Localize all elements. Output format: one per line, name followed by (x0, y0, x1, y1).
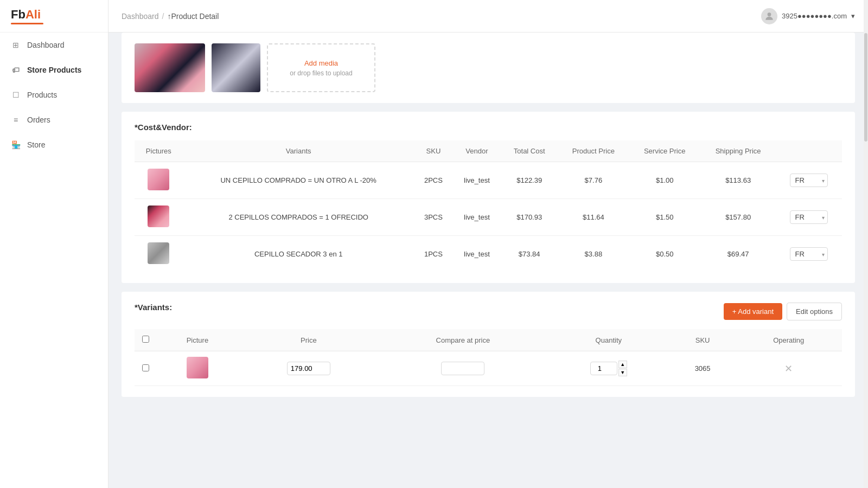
col-shipping-price: Shipping Price (700, 140, 776, 162)
sidebar-label-store-products: Store Products (27, 66, 81, 74)
user-email: 3925●●●●●●●●.com (782, 12, 847, 20)
quantity-down-button[interactable]: ▼ (618, 369, 627, 376)
media-thumb-small (212, 43, 260, 92)
col-quantity: Quantity (547, 329, 670, 351)
row-picture (187, 357, 208, 378)
table-row: 2 CEPILLOS COMPRADOS = 1 OFRECIDO 3PCS l… (135, 199, 842, 236)
quantity-input[interactable] (590, 362, 617, 375)
breadcrumb-separator: / (162, 12, 164, 21)
col-operating: Operating (735, 329, 842, 351)
edit-options-button[interactable]: Edit options (787, 303, 842, 320)
row-vendor: live_test (452, 162, 501, 199)
add-media-link[interactable]: Add media (304, 59, 338, 67)
variants-header-row: Picture Price Compare at price Quantity … (135, 329, 842, 351)
sidebar-item-dashboard[interactable]: ⊞ Dashboard (0, 33, 108, 57)
col-total-cost: Total Cost (501, 140, 558, 162)
select-all-checkbox[interactable] (142, 336, 149, 343)
row-total-cost: $122.39 (501, 162, 558, 199)
tag-icon: 🏷 (11, 65, 21, 75)
variants-card: *Variants: + Add variant Edit options (122, 292, 855, 397)
store-icon: 🏪 (11, 140, 21, 150)
country-select[interactable]: FRUSUKDEES (790, 174, 828, 187)
col-sku: SKU (414, 140, 452, 162)
breadcrumb-home[interactable]: Dashboard (122, 12, 159, 21)
country-select[interactable]: FRUSUKDEES (790, 210, 828, 224)
row-shipping-price: $113.63 (700, 162, 776, 199)
svg-point-0 (768, 12, 771, 16)
price-input[interactable] (287, 362, 330, 375)
media-card: Add media or drop files to upload (122, 33, 855, 103)
user-info: 3925●●●●●●●●.com ▾ (761, 8, 855, 24)
country-select-wrapper: FRUSUKDEES (790, 247, 828, 261)
row-total-cost: $73.84 (501, 236, 558, 273)
col-pictures: Pictures (135, 140, 183, 162)
avatar (761, 8, 777, 24)
table-row: ▲ ▼ 3065 ✕ (135, 351, 842, 386)
scrollbar-thumb[interactable] (864, 33, 867, 142)
operating-icon[interactable]: ✕ (784, 363, 793, 374)
media-thumb-main (135, 43, 205, 92)
row-vendor: live_test (452, 199, 501, 236)
row-img-cell (135, 236, 183, 273)
sidebar-item-orders[interactable]: ≡ Orders (0, 107, 108, 132)
row-operating-cell: ✕ (735, 351, 842, 386)
table-row: UN CEPILLO COMPRADO = UN OTRO A L -20% 2… (135, 162, 842, 199)
row-vendor: live_test (452, 236, 501, 273)
sidebar-label-products: Products (27, 91, 57, 99)
row-service-price: $1.50 (629, 199, 700, 236)
cost-vendor-card: *Cost&Vendor: Pictures Variants SKU Vend… (122, 112, 855, 283)
col-price: Price (239, 329, 379, 351)
col-country (776, 140, 842, 162)
col-product-price: Product Price (558, 140, 629, 162)
variants-label: *Variants: (135, 303, 172, 312)
cost-vendor-heading: *Cost&Vendor: (135, 123, 842, 132)
variants-table: Picture Price Compare at price Quantity … (135, 329, 842, 386)
table-header-row: Pictures Variants SKU Vendor Total Cost … (135, 140, 842, 162)
sidebar: FbAli ⊞ Dashboard 🏷 Store Products ☐ Pro… (0, 0, 108, 488)
row-sku: 2PCS (414, 162, 452, 199)
scrollbar-track (864, 0, 868, 488)
col-check (135, 329, 156, 351)
country-select[interactable]: FRUSUKDEES (790, 247, 828, 261)
row-img-cell (135, 162, 183, 199)
table-row: CEPILLO SECADOR 3 en 1 1PCS live_test $7… (135, 236, 842, 273)
drop-text: or drop files to upload (290, 69, 352, 77)
sidebar-item-store-products[interactable]: 🏷 Store Products (0, 57, 108, 82)
row-img (148, 169, 169, 190)
edit-options-label: Edit options (796, 307, 833, 316)
quantity-up-button[interactable]: ▲ (618, 361, 627, 368)
col-vendor: Vendor (452, 140, 501, 162)
cost-vendor-table: Pictures Variants SKU Vendor Total Cost … (135, 140, 842, 272)
sidebar-nav: ⊞ Dashboard 🏷 Store Products ☐ Products … (0, 33, 108, 157)
compare-price-input[interactable] (441, 362, 484, 375)
logo-text: FbAli (11, 8, 43, 22)
row-shipping-price: $69.47 (700, 236, 776, 273)
row-sku: 1PCS (414, 236, 452, 273)
sidebar-item-store[interactable]: 🏪 Store (0, 132, 108, 157)
row-img (148, 206, 169, 227)
variants-heading: *Variants: (135, 303, 172, 312)
row-quantity-cell: ▲ ▼ (547, 351, 670, 386)
row-shipping-price: $157.80 (700, 199, 776, 236)
add-variant-button[interactable]: + Add variant (724, 303, 782, 320)
main-wrapper: Dashboard / ↑Product Detail 3925●●●●●●●●… (108, 0, 868, 488)
row-checkbox[interactable] (142, 364, 149, 371)
row-variant: 2 CEPILLOS COMPRADOS = 1 OFRECIDO (183, 199, 414, 236)
media-upload-area[interactable]: Add media or drop files to upload (267, 43, 375, 92)
row-sku-value: 3065 (695, 364, 711, 373)
sidebar-label-store: Store (27, 140, 45, 149)
row-product-price: $3.88 (558, 236, 629, 273)
breadcrumb: Dashboard / ↑Product Detail (122, 12, 219, 21)
row-total-cost: $170.93 (501, 199, 558, 236)
sidebar-label-dashboard: Dashboard (27, 41, 65, 49)
col-picture: Picture (156, 329, 239, 351)
col-variants: Variants (183, 140, 414, 162)
user-dropdown-icon[interactable]: ▾ (851, 12, 855, 20)
row-picture-cell (156, 351, 239, 386)
row-country-cell: FRUSUKDEES (776, 162, 842, 199)
col-compare-price: Compare at price (379, 329, 547, 351)
cost-vendor-label: *Cost&Vendor: (135, 123, 192, 132)
logo-underline (11, 23, 43, 24)
sidebar-item-products[interactable]: ☐ Products (0, 82, 108, 107)
box-icon: ☐ (11, 90, 21, 100)
